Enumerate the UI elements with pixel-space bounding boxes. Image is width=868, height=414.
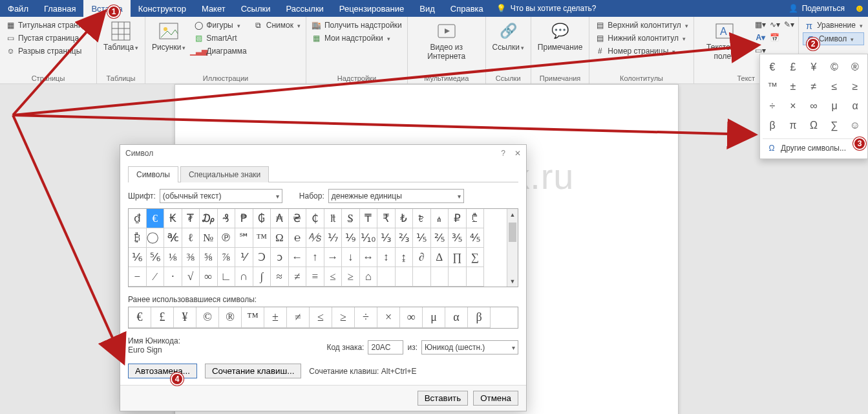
char-cell[interactable]: ≈ <box>271 267 289 287</box>
char-cell[interactable]: ℮ <box>289 228 307 248</box>
comment-button[interactable]: 💬 Примечание <box>535 19 585 53</box>
symbol-dd-cell[interactable]: € <box>763 58 782 76</box>
char-cell[interactable]: ↓ <box>342 248 360 267</box>
symbol-dd-cell[interactable]: μ <box>825 97 844 115</box>
recent-cell[interactable]: ÷ <box>355 307 377 328</box>
char-cell[interactable]: ↑ <box>306 248 324 267</box>
tab-file[interactable]: Файл <box>0 0 36 17</box>
chart[interactable]: ▁▃▅Диаграмма <box>192 45 248 57</box>
font-combo[interactable]: (обычный текст)▾ <box>160 189 282 203</box>
char-cell[interactable]: ℗ <box>218 228 236 248</box>
share-button[interactable]: 👤 Поделиться <box>782 0 851 17</box>
tab-layout[interactable]: Макет <box>194 0 233 17</box>
char-cell[interactable] <box>396 267 414 287</box>
header[interactable]: ▤Верхний колонтитул <box>593 19 689 31</box>
footer[interactable]: ▤Нижний колонтитул <box>593 32 689 44</box>
char-cell[interactable]: ↔ <box>360 248 378 267</box>
char-cell[interactable]: ≥ <box>342 267 360 287</box>
char-cell[interactable]: ∙ <box>164 267 182 287</box>
recent-cell[interactable]: ≤ <box>310 307 332 328</box>
code-input[interactable]: 20AC <box>368 340 403 354</box>
cancel-button[interactable]: Отмена <box>473 391 518 406</box>
recent-cell[interactable]: β <box>468 307 491 328</box>
char-cell[interactable]: ∩ <box>235 267 253 287</box>
symbol-dd-cell[interactable]: © <box>825 58 844 76</box>
symbol-dd-cell[interactable]: π <box>783 116 803 135</box>
account-emoji[interactable]: ☻ <box>851 0 868 17</box>
char-cell[interactable] <box>413 267 431 287</box>
char-cell[interactable]: ₹ <box>377 209 396 228</box>
char-cell[interactable]: ∫ <box>253 267 271 287</box>
recent-cell[interactable]: € <box>129 307 151 328</box>
symbol-dd-cell[interactable]: ¥ <box>804 58 823 76</box>
my-addins[interactable]: ▦Мои надстройки <box>310 32 403 44</box>
char-cell[interactable]: ⅒ <box>360 228 378 248</box>
char-cell[interactable]: Ω <box>271 228 289 248</box>
symbol-dd-cell[interactable]: ÷ <box>763 97 782 115</box>
page-number[interactable]: #Номер страницы <box>593 45 689 57</box>
recent-cell[interactable]: ≥ <box>332 307 355 328</box>
page-break[interactable]: ⎊Разрыв страницы <box>4 45 100 57</box>
pictures-button[interactable]: Рисунки <box>149 19 188 53</box>
char-cell[interactable]: ⅔ <box>396 228 414 248</box>
char-cell[interactable]: ⅟ <box>235 248 253 267</box>
dropcap-icon[interactable]: A▾ <box>756 32 766 43</box>
char-cell[interactable]: ∂ <box>413 248 431 267</box>
textbox-button[interactable]: A Текстовое поле <box>698 19 752 62</box>
screenshot[interactable]: ⧉Снимок <box>252 19 302 31</box>
symbol-dd-cell[interactable]: ± <box>783 78 803 96</box>
recent-cell[interactable]: ≠ <box>287 307 310 328</box>
shapes[interactable]: ◯Фигуры <box>192 19 248 31</box>
recent-cell[interactable]: ¥ <box>174 307 196 328</box>
char-cell[interactable] <box>449 267 467 287</box>
recent-cell[interactable]: © <box>196 307 219 328</box>
char-cell[interactable]: ₾ <box>467 209 485 228</box>
symbol-dd-cell[interactable]: ≤ <box>825 78 844 96</box>
char-cell[interactable]: ⅗ <box>449 228 467 248</box>
tab-references[interactable]: Ссылки <box>233 0 279 17</box>
char-cell[interactable]: ⅛ <box>164 248 182 267</box>
tab-special[interactable]: Специальные знаки <box>180 166 269 182</box>
char-cell[interactable]: ⅘ <box>467 228 485 248</box>
symbol-dd-cell[interactable]: α <box>845 97 865 115</box>
close-button[interactable]: ✕ <box>514 149 521 158</box>
char-cell[interactable]: ⅓ <box>377 228 396 248</box>
char-cell[interactable]: ₻ <box>413 209 431 228</box>
from-combo[interactable]: Юникод (шестн.)▾ <box>421 340 518 354</box>
recent-cell[interactable]: ∞ <box>400 307 423 328</box>
char-cell[interactable]: № <box>200 228 218 248</box>
char-cell[interactable] <box>431 267 449 287</box>
char-cell[interactable]: ⅙ <box>129 248 147 267</box>
char-cell[interactable]: ≠ <box>289 267 307 287</box>
char-cell[interactable]: Ↄ <box>253 248 271 267</box>
recent-cell[interactable]: α <box>445 307 468 328</box>
char-cell[interactable]: ₽ <box>449 209 467 228</box>
char-cell[interactable]: ₴ <box>289 209 307 228</box>
char-cell[interactable]: → <box>324 248 343 267</box>
symbol-dd-cell[interactable]: ® <box>845 58 865 76</box>
char-cell[interactable]: ∑ <box>467 248 485 267</box>
tab-view[interactable]: Вид <box>412 0 443 17</box>
char-cell[interactable]: ₸ <box>360 209 378 228</box>
char-cell[interactable]: − <box>129 267 147 287</box>
char-cell[interactable]: ₿ <box>129 228 147 248</box>
shortcut-button[interactable]: Сочетание клавиш... <box>205 364 301 378</box>
char-cell[interactable]: ℀ <box>164 228 182 248</box>
recent-cell[interactable]: ± <box>264 307 287 328</box>
symbol-dd-cell[interactable]: ≥ <box>845 78 865 96</box>
char-cell[interactable]: ∞ <box>200 267 218 287</box>
char-cell[interactable]: ₵ <box>306 209 324 228</box>
char-cell[interactable]: ₷ <box>342 209 360 228</box>
tell-me[interactable]: 💡 Что вы хотите сделать? <box>491 0 602 17</box>
char-cell[interactable]: ₯ <box>200 209 218 228</box>
symbol-dd-cell[interactable]: £ <box>783 58 803 76</box>
char-cell[interactable]: ⅕ <box>413 228 431 248</box>
char-cell[interactable]: ∟ <box>218 267 236 287</box>
char-cell[interactable]: ↨ <box>396 248 414 267</box>
char-cell[interactable]: ∏ <box>449 248 467 267</box>
char-grid-scrollbar[interactable]: ▲ ▼ <box>507 209 518 287</box>
online-video[interactable]: Видео из Интернета <box>412 19 482 62</box>
links-button[interactable]: 🔗 Ссылки <box>490 19 527 53</box>
symbol-dd-cell[interactable]: × <box>783 97 803 115</box>
symbol-dd-cell[interactable]: ☺ <box>845 116 865 135</box>
